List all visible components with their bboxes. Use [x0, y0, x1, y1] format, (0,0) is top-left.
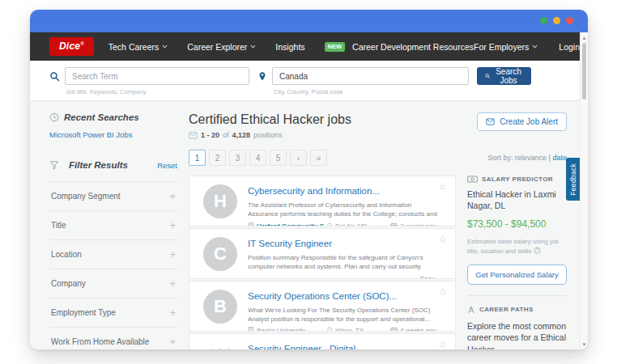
scroll-down-arrow-icon[interactable]: ▼: [581, 340, 588, 349]
dice-logo[interactable]: Dice®: [49, 37, 94, 56]
job-location: Waco, TX: [335, 327, 364, 332]
scroll-up-arrow-icon[interactable]: ▲: [581, 33, 588, 42]
search-term-field-group: Job title, Keywords, Company: [49, 67, 249, 100]
save-job-star-icon[interactable]: ☆: [438, 286, 447, 298]
reset-filters-link[interactable]: Reset: [157, 161, 177, 170]
nav-insights[interactable]: Insights: [275, 42, 304, 52]
job-card[interactable]: B Security Operations Center (SOC)... ☆ …: [189, 281, 456, 332]
filter-results-header: Filter Results Reset: [49, 160, 177, 170]
window-minimize-dot[interactable]: [540, 17, 547, 24]
job-title-link[interactable]: Cybersecurity and Information...: [248, 186, 380, 196]
chevron-down-icon: [162, 44, 168, 49]
job-location: Bel Air, MD: [335, 222, 368, 226]
career-paths: CAREER PATHS Explore the most common car…: [467, 306, 567, 349]
results-count: 1 - 20 of 4,128 positions: [189, 131, 351, 139]
expand-plus-icon: +: [169, 249, 176, 260]
job-card[interactable]: H Cybersecurity and Information... ☆ The…: [189, 176, 456, 226]
browser-window: Dice® Tech Careers Career Explorer Insig…: [30, 10, 588, 349]
job-card[interactable]: C IT Security Engineer ☆ Position summar…: [189, 228, 456, 279]
nav-career-explorer[interactable]: Career Explorer: [187, 42, 256, 52]
save-job-star-icon[interactable]: ☆: [438, 234, 447, 245]
search-jobs-button[interactable]: Search Jobs: [477, 67, 531, 85]
posted-date: 4 weeks ago: [400, 327, 436, 332]
calendar-icon: [390, 222, 398, 226]
sort-control: Sort by: relevance | date: [488, 154, 567, 162]
job-description: The Assistant Professor of Cybersecurity…: [248, 201, 439, 219]
page-4-button[interactable]: 4: [249, 150, 266, 166]
clock-icon: [49, 112, 59, 122]
job-meta: Canyon Bicycles Carlsbad, CA 1 month ago…: [248, 275, 447, 279]
job-list: H Cybersecurity and Information... ☆ The…: [189, 176, 456, 349]
job-title-link[interactable]: IT Security Engineer: [248, 239, 332, 248]
job-title-link[interactable]: Security Operations Center (SOC)...: [248, 291, 397, 301]
easy-apply-label: Easy Apply: [420, 275, 447, 279]
location-input[interactable]: [272, 67, 469, 85]
search-term-helper: Job title, Keywords, Company: [66, 88, 249, 95]
location-pin-icon: [326, 222, 333, 226]
recent-search-link[interactable]: Microsoft Power BI Jobs: [49, 130, 177, 139]
career-paths-text: Explore the most common career moves for…: [467, 320, 567, 349]
salary-range: $73,500 - $94,500: [467, 218, 567, 230]
content-area: Recent Searches Microsoft Power BI Jobs …: [30, 101, 588, 349]
page-1-button[interactable]: 1: [189, 150, 206, 166]
job-meta: Baylor University Waco, TX 4 weeks ago: [248, 327, 447, 332]
scrollbar-thumb[interactable]: [582, 43, 586, 99]
search-term-input[interactable]: [65, 67, 249, 85]
search-icon: [49, 71, 60, 82]
company-name[interactable]: Baylor University: [257, 327, 305, 332]
sort-by-date-link[interactable]: date: [552, 154, 567, 162]
filter-employment-type[interactable]: Employment Type+: [49, 298, 177, 328]
nav-for-employers[interactable]: For Employers: [474, 42, 538, 52]
company-logo: [198, 341, 243, 349]
page-2-button[interactable]: 2: [209, 150, 226, 166]
envelope-icon: [189, 132, 198, 139]
envelope-icon: [486, 118, 495, 125]
company-name[interactable]: Harford Community C...: [257, 222, 326, 226]
expand-plus-icon: +: [169, 278, 176, 289]
expand-plus-icon: +: [169, 336, 176, 347]
save-job-star-icon[interactable]: ☆: [438, 181, 447, 193]
page-scrollbar[interactable]: ▲ ▼: [580, 32, 588, 349]
next-page-button[interactable]: ›: [290, 150, 307, 166]
get-personalized-salary-button[interactable]: Get Personalized Salary: [467, 265, 567, 285]
search-icon: [485, 72, 490, 80]
salary-note: Estimated base salary using job title, l…: [467, 237, 567, 256]
browser-titlebar: [30, 10, 588, 32]
expand-plus-icon: +: [169, 307, 176, 318]
calendar-icon: [390, 327, 398, 332]
nav-tech-careers[interactable]: Tech Careers: [109, 42, 168, 52]
filter-title[interactable]: Title+: [49, 211, 177, 240]
company-logo: H: [198, 183, 243, 221]
nav-left-group: Tech Careers Career Explorer Insights NE…: [109, 42, 474, 52]
filter-company[interactable]: Company+: [49, 269, 177, 298]
page-3-button[interactable]: 3: [229, 150, 246, 166]
help-question-icon[interactable]: ?: [534, 247, 541, 257]
nav-career-dev-resources[interactable]: NEW Career Development Resources: [325, 42, 474, 52]
save-job-star-icon[interactable]: ☆: [438, 339, 447, 349]
page: Dice® Tech Careers Career Explorer Insig…: [30, 32, 588, 349]
building-icon: [248, 222, 254, 226]
building-icon: [248, 327, 254, 332]
window-maximize-dot[interactable]: [553, 17, 560, 24]
results-header: Certified Ethical Hacker jobs 1 - 20 of …: [189, 112, 351, 139]
expand-plus-icon: +: [169, 191, 176, 201]
filter-location[interactable]: Location+: [49, 240, 177, 269]
company-logo: C: [198, 235, 243, 273]
salary-predictor: SALARY PREDICTOR Ethical Hacker in Laxmi…: [467, 176, 567, 285]
filter-work-from-home[interactable]: Work From Home Available+: [49, 328, 177, 349]
page-5-button[interactable]: 5: [270, 150, 287, 166]
filter-funnel-icon: [49, 160, 59, 170]
job-description: What We're Looking For The Security Oper…: [248, 306, 439, 324]
job-card[interactable]: Security Engineer - Digital... ☆: [189, 333, 456, 349]
filter-company-segment[interactable]: Company Segment+: [49, 181, 177, 211]
job-title-link[interactable]: Security Engineer - Digital...: [248, 344, 364, 349]
feedback-tab[interactable]: Feedback: [566, 158, 580, 201]
location-pin-icon: [326, 327, 333, 332]
top-navbar: Dice® Tech Careers Career Explorer Insig…: [30, 32, 588, 61]
window-controls[interactable]: [540, 17, 573, 24]
location-helper: City, Country, Postal code: [274, 88, 469, 95]
window-close-dot[interactable]: [566, 17, 573, 24]
last-page-button[interactable]: »: [310, 150, 327, 166]
salary-role-location: Ethical Hacker in Laxmi Nagar, DL: [467, 188, 567, 211]
create-job-alert-button[interactable]: Create Job Alert: [477, 112, 567, 131]
